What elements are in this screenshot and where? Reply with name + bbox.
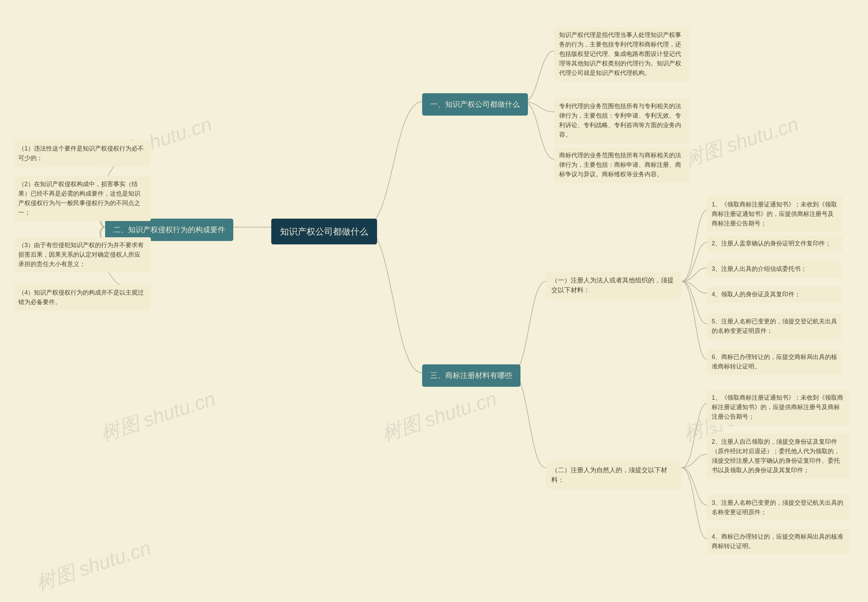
branch-3-sub-2-leaf-4: 4、商标已办理转让的，应提交商标局出具的核准商标转让证明。 [707,529,850,554]
watermark: 树图 shutu.cn [379,386,500,448]
branch-3-sub-1-leaf-3: 3、注册人出具的介绍信或委托书； [707,261,843,277]
branch-2-leaf-1: （1）违法性这个要件是知识产权侵权行为必不可少的； [14,141,151,166]
branch-3-sub-2-leaf-1: 1、《领取商标注册证通知书》；未收到《领取商标注册证通知书》的，应提供商标注册号… [707,390,850,425]
branch-2-leaf-2: （2）在知识产权侵权构成中，损害事实（结果）已经不再是必需的构成要件，这也是知识… [14,176,151,221]
branch-3-sub-2-leaf-3: 3、注册人名称已变更的，须提交登记机关出具的名称变更证明原件； [707,495,850,521]
branch-3-sub-1-leaf-1: 1、《领取商标注册证通知书》；未收到《领取商标注册证通知书》的，应提供商标注册号… [707,197,843,232]
branch-1-leaf-1: 知识产权代理是指代理当事人处理知识产权事务的行为，主要包括专利代理和商标代理，还… [555,27,690,81]
branch-3-sub-1-leaf-5: 5、注册人名称已变更的，须提交登记机关出具的名称变更证明原件； [707,313,843,339]
branch-3[interactable]: 三、商标注册材料有哪些 [422,364,521,387]
watermark: 树图 shutu.cn [681,111,802,173]
watermark: 树图 shutu.cn [97,386,219,448]
branch-3-sub-1[interactable]: （一）注册人为法人或者其他组织的，须提交以下材料： [546,271,682,299]
branch-3-sub-1-leaf-6: 6、商标已办理转让的，应提交商标局出具的核准商标转让证明。 [707,349,843,375]
branch-3-sub-2[interactable]: （二）注册人为自然人的，须提交以下材料： [546,461,682,489]
branch-3-sub-1-leaf-4: 4、领取人的身份证及其复印件； [707,286,843,303]
branch-2-leaf-4: （4）知识产权侵权行为的构成并不是以主观过错为必备要件。 [14,285,151,310]
branch-2-leaf-3: （3）由于有些侵犯知识产权的行为并不要求有损害后果，因果关系的认定对确定侵权人所… [14,237,151,273]
branch-1[interactable]: 一、知识产权公司都做什么 [422,93,528,115]
watermark: 树图 shutu.cn [33,535,154,597]
branch-1-leaf-2: 专利代理的业务范围包括所有与专利相关的法律行为，主要包括：专利申请、专利无效、专… [555,98,690,143]
branch-1-leaf-3: 商标代理的业务范围包括所有与商标相关的法律行为，主要包括：商标申请、商标注册、商… [555,147,690,183]
branch-3-sub-2-leaf-2: 2、注册人自己领取的，须提交身份证及复印件（原件经比对后退还）；委托他人代为领取… [707,434,850,479]
root-node[interactable]: 知识产权公司都做什么 [271,219,377,244]
branch-3-sub-1-leaf-2: 2、注册人盖章确认的身份证明文件复印件； [707,236,843,252]
